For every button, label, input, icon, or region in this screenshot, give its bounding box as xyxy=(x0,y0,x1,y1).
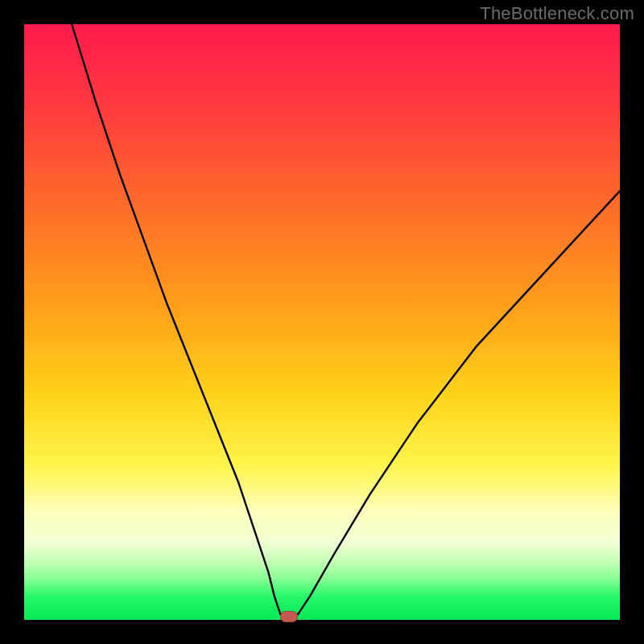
curve-path xyxy=(72,24,620,620)
chart-frame: TheBottleneck.com xyxy=(0,0,644,644)
bottleneck-curve xyxy=(24,24,620,620)
plot-area xyxy=(24,24,620,620)
watermark-text: TheBottleneck.com xyxy=(480,3,634,24)
optimum-marker xyxy=(280,611,298,622)
